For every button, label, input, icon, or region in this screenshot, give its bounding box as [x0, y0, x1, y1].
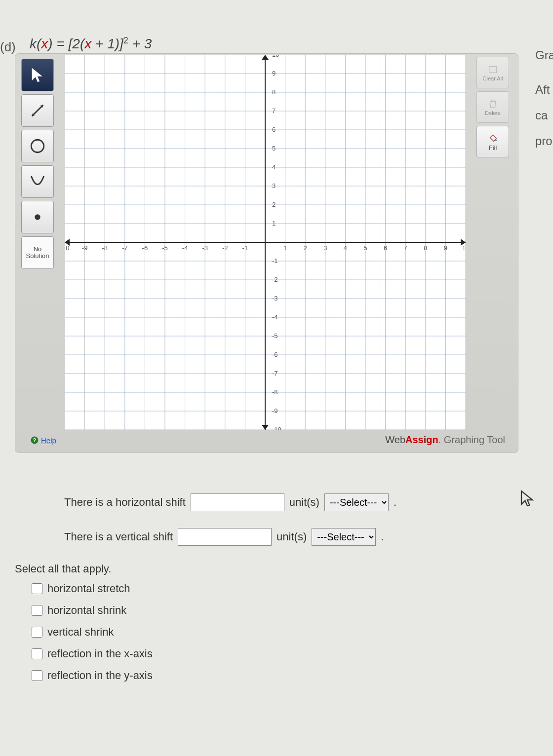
- svg-text:7: 7: [404, 244, 407, 252]
- svg-text:-9: -9: [272, 407, 278, 415]
- parabola-icon: [29, 173, 46, 190]
- svg-text:-4: -4: [272, 313, 278, 321]
- trash-icon: [487, 98, 498, 109]
- svg-text:8: 8: [272, 88, 276, 96]
- mouse-cursor-icon: [518, 490, 536, 509]
- svg-point-4: [35, 214, 40, 220]
- svg-text:3: 3: [272, 182, 276, 189]
- svg-text:8: 8: [424, 244, 427, 252]
- problem-label: (d): [0, 39, 16, 55]
- svg-text:-1: -1: [242, 244, 248, 252]
- help-icon: ?: [30, 436, 39, 445]
- hshift-input[interactable]: [191, 493, 284, 511]
- svg-text:?: ?: [33, 437, 36, 443]
- checkbox-vshrink[interactable]: [32, 627, 42, 638]
- checkbox-refly[interactable]: [32, 670, 42, 681]
- clear-all-button[interactable]: Clear All: [476, 57, 509, 88]
- clear-icon: [487, 64, 498, 75]
- svg-text:-7: -7: [272, 370, 278, 377]
- svg-text:9: 9: [272, 70, 276, 77]
- svg-text:-6: -6: [142, 244, 148, 252]
- equation: k(x) = [2(x + 1)]2 + 3: [30, 36, 152, 52]
- units-label: unit(s): [289, 496, 319, 509]
- svg-text:7: 7: [272, 107, 276, 114]
- svg-text:-2: -2: [222, 244, 228, 252]
- svg-text:2: 2: [272, 201, 276, 208]
- svg-text:5: 5: [272, 145, 276, 152]
- svg-text:4: 4: [344, 244, 347, 252]
- cutoff-text: Gra Aft ca pro: [535, 48, 553, 148]
- circle-icon: [29, 138, 46, 154]
- option-refly: reflection in the y-axis: [47, 669, 153, 682]
- checkbox-reflx[interactable]: [32, 648, 42, 659]
- units-label: unit(s): [276, 530, 307, 543]
- line-icon: [29, 102, 46, 119]
- action-toolbar: Clear All Delete Fill: [476, 57, 512, 157]
- svg-text:2: 2: [304, 244, 307, 252]
- svg-text:-3: -3: [202, 244, 208, 252]
- svg-point-3: [31, 140, 44, 152]
- point-tool[interactable]: [21, 201, 54, 233]
- select-all-label: Select all that apply.: [15, 563, 528, 575]
- svg-text:5: 5: [363, 244, 367, 252]
- svg-text:-10: -10: [65, 244, 69, 252]
- no-solution-button[interactable]: No Solution: [21, 236, 54, 269]
- svg-text:-4: -4: [182, 244, 188, 252]
- circle-tool[interactable]: [21, 130, 54, 162]
- svg-text:10: 10: [462, 244, 466, 252]
- svg-text:-8: -8: [102, 244, 108, 252]
- vshift-input[interactable]: [178, 528, 272, 546]
- option-hstretch: horizontal stretch: [47, 582, 130, 595]
- hshift-label: There is a horizontal shift: [64, 496, 186, 509]
- delete-button[interactable]: Delete: [476, 91, 509, 123]
- option-reflx: reflection in the x-axis: [47, 647, 153, 660]
- point-icon: [29, 209, 46, 226]
- pointer-icon: [29, 67, 46, 83]
- svg-rect-5: [489, 67, 497, 73]
- svg-marker-52: [262, 425, 269, 430]
- svg-text:-7: -7: [122, 244, 128, 252]
- svg-text:-5: -5: [272, 332, 278, 340]
- svg-text:-2: -2: [272, 276, 278, 283]
- svg-text:-9: -9: [82, 244, 88, 252]
- drawing-toolbar: No Solution: [21, 59, 60, 269]
- parabola-tool[interactable]: [21, 165, 54, 198]
- graph-canvas[interactable]: -10-9-8-7-6-5-4-3-2-112345678910-10-9-8-…: [65, 55, 466, 430]
- svg-text:-8: -8: [272, 388, 278, 396]
- graphing-tool-panel: No Solution Clear All Delete Fill -10-9-…: [15, 53, 518, 453]
- pointer-tool[interactable]: [21, 59, 54, 91]
- svg-text:6: 6: [384, 244, 387, 252]
- fill-icon: [487, 132, 498, 143]
- option-hshrink: horizontal shrink: [47, 604, 126, 617]
- svg-text:-10: -10: [272, 426, 281, 430]
- svg-text:10: 10: [272, 55, 279, 58]
- svg-text:-1: -1: [272, 257, 278, 265]
- svg-text:-3: -3: [272, 295, 278, 302]
- vshift-direction-select[interactable]: ---Select---: [312, 528, 376, 546]
- svg-text:1: 1: [283, 244, 287, 252]
- svg-point-6: [495, 139, 497, 141]
- question-form: There is a horizontal shift unit(s) ---S…: [64, 493, 528, 691]
- branding-label: WebAssign. Graphing Tool: [385, 434, 505, 446]
- svg-marker-51: [262, 55, 269, 60]
- svg-text:3: 3: [323, 244, 327, 252]
- vshift-label: There is a vertical shift: [64, 530, 173, 543]
- svg-text:4: 4: [272, 163, 276, 171]
- checkbox-hshrink[interactable]: [32, 605, 42, 616]
- svg-text:9: 9: [444, 244, 447, 252]
- svg-text:-5: -5: [162, 244, 168, 252]
- svg-text:-6: -6: [272, 351, 278, 358]
- fill-button[interactable]: Fill: [476, 126, 509, 157]
- svg-text:1: 1: [272, 220, 276, 227]
- line-tool[interactable]: [21, 94, 54, 127]
- option-vshrink: vertical shrink: [47, 626, 114, 639]
- checkbox-hstretch[interactable]: [32, 583, 42, 594]
- hshift-direction-select[interactable]: ---Select---: [324, 493, 389, 511]
- svg-text:6: 6: [272, 126, 276, 133]
- help-link[interactable]: ? Help: [30, 436, 56, 445]
